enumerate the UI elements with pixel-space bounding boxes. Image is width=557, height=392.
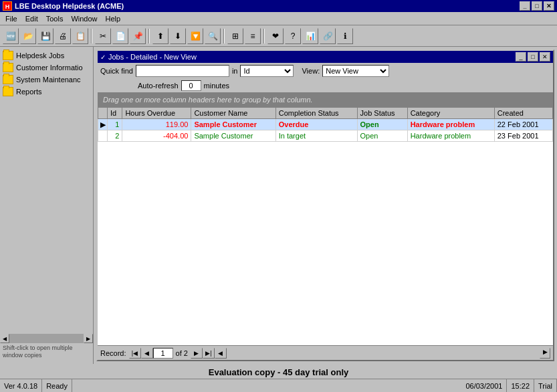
row-category-1: Hardware problem xyxy=(407,119,494,130)
toolbar-columns[interactable]: ≡ xyxy=(245,28,261,44)
sidebar-item-customer-info[interactable]: Customer Informatio xyxy=(0,62,93,74)
sidebar-label-system-maintenance: System Maintenanc xyxy=(16,76,81,84)
field-select[interactable]: Id Customer Name Status xyxy=(240,65,294,77)
toolbar-search[interactable]: 🔍 xyxy=(205,28,221,44)
status-license: Trial xyxy=(534,379,557,392)
table-row[interactable]: 2 -404.00 Sample Customer In target Open… xyxy=(98,130,553,142)
toolbar-filter[interactable]: 🔽 xyxy=(187,28,203,44)
nav-scroll-right[interactable]: ▶ xyxy=(540,348,550,359)
col-job-status[interactable]: Job Status xyxy=(357,108,407,119)
toolbar-paste[interactable]: 📌 xyxy=(130,28,146,44)
toolbar-help[interactable]: ? xyxy=(285,28,301,44)
row-indicator-2 xyxy=(98,130,108,142)
close-button[interactable]: ✕ xyxy=(544,1,554,11)
minutes-label: minutes xyxy=(204,82,230,90)
toolbar-preview[interactable]: 📋 xyxy=(72,28,88,44)
menu-window[interactable]: Window xyxy=(67,13,101,24)
jobs-checkbox[interactable]: ✓ xyxy=(100,54,106,61)
nav-prev[interactable]: ◀ xyxy=(141,348,153,359)
quick-find-label: Quick find xyxy=(100,67,133,75)
col-hours-overdue[interactable]: Hours Overdue xyxy=(122,108,191,119)
row-completion-2: In target xyxy=(275,130,357,142)
row-category-2: Hardware problem xyxy=(407,130,494,142)
view-select[interactable]: New View Default View xyxy=(322,65,389,77)
folder-icon-4 xyxy=(3,87,13,96)
toolbar-grid[interactable]: ⊞ xyxy=(227,28,243,44)
row-hours-1: 119.00 xyxy=(122,119,191,130)
sidebar-item-reports[interactable]: Reports xyxy=(0,86,93,98)
in-label: in xyxy=(232,67,238,75)
col-indicator[interactable] xyxy=(98,108,108,119)
app-icon: H xyxy=(3,1,12,11)
sidebar-scrollbar[interactable]: ◀ ▶ xyxy=(0,334,93,343)
sidebar-scroll-track[interactable] xyxy=(9,334,84,343)
toolbar-sort-asc[interactable]: ⬆ xyxy=(152,28,169,44)
toolbar-info[interactable]: ℹ xyxy=(337,28,353,44)
eval-text: Evaluation copy - 45 day trial only xyxy=(209,367,349,377)
row-created-1: 22 Feb 2001 xyxy=(494,119,552,130)
toolbar-heart[interactable]: ❤ xyxy=(267,28,284,44)
jobs-maximize[interactable]: □ xyxy=(528,52,538,62)
view-label: View: xyxy=(302,67,320,75)
folder-icon-2 xyxy=(3,63,13,72)
toolbar-network[interactable]: 🔗 xyxy=(320,28,336,44)
menu-tools[interactable]: Tools xyxy=(42,13,68,24)
toolbar-sep2 xyxy=(148,29,150,43)
jobs-minimize[interactable]: _ xyxy=(516,52,526,62)
menu-edit[interactable]: Edit xyxy=(21,13,42,24)
sidebar-scroll-right[interactable]: ▶ xyxy=(84,334,93,343)
nav-end[interactable]: ◀ xyxy=(215,348,227,359)
col-customer-name[interactable]: Customer Name xyxy=(191,108,275,119)
sidebar-hint: Shift-click to open multiple window copi… xyxy=(0,343,93,361)
main-area: Helpdesk Jobs Customer Informatio System… xyxy=(0,47,557,364)
toolbar-copy[interactable]: 📄 xyxy=(112,28,128,44)
toolbar-new[interactable]: 🆕 xyxy=(3,28,19,44)
jobs-close[interactable]: ✕ xyxy=(540,52,550,62)
col-category[interactable]: Category xyxy=(407,108,494,119)
toolbar-print[interactable]: 🖨 xyxy=(55,28,71,44)
col-completion-status[interactable]: Completion Status xyxy=(275,108,357,119)
menu-file[interactable]: File xyxy=(1,13,21,24)
status-version: Ver 4.0.18 xyxy=(0,379,42,392)
row-created-2: 23 Feb 2001 xyxy=(494,130,552,142)
sidebar-item-system-maintenance[interactable]: System Maintenanc xyxy=(0,74,93,86)
toolbar-cut[interactable]: ✂ xyxy=(95,28,111,44)
title-controls: _ □ ✕ xyxy=(520,1,554,11)
toolbar-save[interactable]: 💾 xyxy=(37,28,53,44)
eval-bar: Evaluation copy - 45 day trial only xyxy=(0,364,557,379)
row-customer-1: Sample Customer xyxy=(191,119,275,130)
quick-find-input[interactable] xyxy=(136,65,229,77)
nav-current[interactable] xyxy=(153,348,173,359)
toolbar-sort-desc[interactable]: ⬇ xyxy=(170,28,186,44)
toolbar-sep1 xyxy=(91,29,92,43)
status-date: 06/03/2001 xyxy=(461,379,507,392)
row-indicator-1: ▶ xyxy=(98,119,108,130)
auto-refresh-bar: Auto-refresh minutes xyxy=(98,79,553,92)
maximize-button[interactable]: □ xyxy=(532,1,542,11)
jobs-title-controls: _ □ ✕ xyxy=(516,52,550,62)
col-created[interactable]: Created xyxy=(494,108,552,119)
col-id[interactable]: Id xyxy=(108,108,122,119)
nav-last[interactable]: ▶| xyxy=(203,348,215,359)
data-table[interactable]: Id Hours Overdue Customer Name Completio… xyxy=(98,107,553,345)
sidebar-label-helpdesk-jobs: Helpdesk Jobs xyxy=(16,52,64,60)
minimize-button[interactable]: _ xyxy=(520,1,530,11)
nav-bar: Record: |◀ ◀ of 2 ▶ ▶| ◀ ▶ xyxy=(98,345,553,360)
auto-refresh-input[interactable] xyxy=(181,80,201,91)
jobs-title-bar: ✓ Jobs - Detailed - New View _ □ ✕ xyxy=(98,51,553,63)
menu-help[interactable]: Help xyxy=(102,13,125,24)
table-row[interactable]: ▶ 1 119.00 Sample Customer Overdue Open … xyxy=(98,119,553,130)
nav-first[interactable]: |◀ xyxy=(129,348,141,359)
toolbar-open[interactable]: 📂 xyxy=(20,28,36,44)
toolbar: 🆕 📂 💾 🖨 📋 ✂ 📄 📌 ⬆ ⬇ 🔽 🔍 ⊞ ≡ ❤ ? 📊 🔗 ℹ xyxy=(0,25,557,47)
jobs-title: Jobs - Detailed - New View xyxy=(108,53,197,61)
toolbar-chart[interactable]: 📊 xyxy=(302,28,318,44)
menu-bar: File Edit Tools Window Help xyxy=(0,12,557,25)
folder-icon-3 xyxy=(3,75,13,84)
sidebar-scroll-left[interactable]: ◀ xyxy=(0,334,9,343)
nav-next[interactable]: ▶ xyxy=(191,348,203,359)
status-bar: Ver 4.0.18 Ready 06/03/2001 15:22 Trial xyxy=(0,379,557,392)
row-completion-1: Overdue xyxy=(275,119,357,130)
sidebar-item-helpdesk-jobs[interactable]: Helpdesk Jobs xyxy=(0,50,93,62)
row-status-1: Open xyxy=(357,119,407,130)
